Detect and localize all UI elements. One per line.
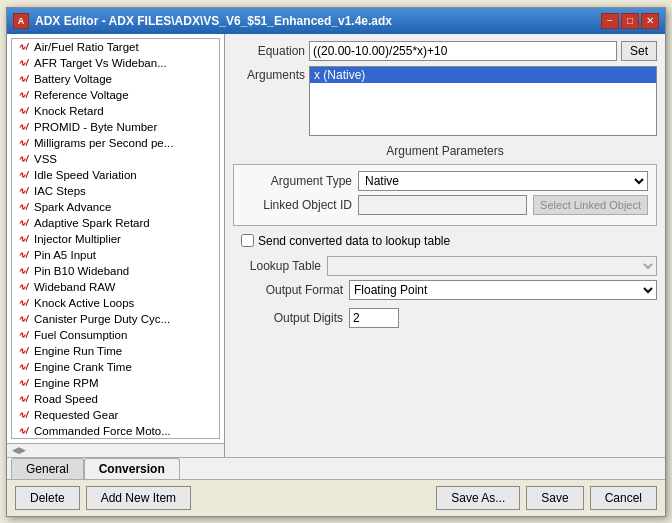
list-item[interactable]: ∿/Engine RPM: [12, 375, 219, 391]
equation-row: Equation Set: [233, 40, 657, 62]
linked-id-label: Linked Object ID: [242, 198, 352, 212]
tabs-footer: GeneralConversion Delete Add New Item Sa…: [7, 457, 665, 516]
list-item[interactable]: ∿/Knock Active Loops: [12, 295, 219, 311]
list-item[interactable]: ∿/Canister Purge Duty Cyc...: [12, 311, 219, 327]
output-format-select[interactable]: Floating PointIntegerHexadecimal: [349, 280, 657, 300]
arguments-row: Arguments x (Native): [233, 66, 657, 136]
right-panel: Equation Set Arguments x (Native) Argume…: [225, 34, 665, 457]
arg-params-box: Argument Type NativeLinkedConstant Linke…: [233, 164, 657, 226]
lookup-table-row: Lookup Table: [233, 256, 657, 276]
arg-params-header: Argument Parameters: [233, 144, 657, 158]
tabs-row: GeneralConversion: [7, 458, 665, 479]
list-item[interactable]: ∿/Wideband RAW: [12, 279, 219, 295]
list-item[interactable]: ∿/PROMID - Byte Number: [12, 119, 219, 135]
title-bar: A ADX Editor - ADX FILES\ADX\VS_V6_$51_E…: [7, 8, 665, 34]
list-item[interactable]: ∿/Road Speed: [12, 391, 219, 407]
list-item[interactable]: ∿/Knock Retard: [12, 103, 219, 119]
output-digits-input[interactable]: [349, 308, 399, 328]
list-item[interactable]: ∿/IAC Steps: [12, 183, 219, 199]
tab-general[interactable]: General: [11, 458, 84, 479]
list-item[interactable]: ∿/Pin A5 Input: [12, 247, 219, 263]
list-item[interactable]: ∿/Requested Gear: [12, 407, 219, 423]
cancel-button[interactable]: Cancel: [590, 486, 657, 510]
list-item[interactable]: ∿/Fuel Consumption: [12, 327, 219, 343]
app-icon: A: [13, 13, 29, 29]
arguments-listbox[interactable]: x (Native): [309, 66, 657, 136]
horizontal-scrollbar[interactable]: ◀▶: [7, 443, 224, 457]
lookup-table-select[interactable]: [327, 256, 657, 276]
list-item[interactable]: ∿/Engine Crank Time: [12, 359, 219, 375]
list-item[interactable]: ∿/Adaptive Spark Retard: [12, 215, 219, 231]
list-item[interactable]: ∿/Milligrams per Second pe...: [12, 135, 219, 151]
list-item[interactable]: ∿/Engine Run Time: [12, 343, 219, 359]
list-item[interactable]: ∿/Reference Voltage: [12, 87, 219, 103]
linked-id-row: Linked Object ID Select Linked Object: [242, 195, 648, 215]
bottom-right-buttons: Save As... Save Cancel: [436, 486, 657, 510]
arguments-label: Arguments: [233, 66, 305, 82]
main-window: A ADX Editor - ADX FILES\ADX\VS_V6_$51_E…: [6, 7, 666, 517]
output-format-row: Output Format Floating PointIntegerHexad…: [233, 280, 657, 300]
list-item[interactable]: ∿/AFR Target Vs Wideban...: [12, 55, 219, 71]
content-area: ∿/Air/Fuel Ratio Target∿/AFR Target Vs W…: [7, 34, 665, 457]
arg-type-row: Argument Type NativeLinkedConstant: [242, 171, 648, 191]
list-item[interactable]: ∿/Battery Voltage: [12, 71, 219, 87]
arg-type-label: Argument Type: [242, 174, 352, 188]
list-item[interactable]: ∿/Idle Speed Variation: [12, 167, 219, 183]
list-item[interactable]: ∿/Injector Multiplier: [12, 231, 219, 247]
output-digits-label: Output Digits: [233, 311, 343, 325]
lookup-table-label: Lookup Table: [233, 259, 321, 273]
close-button[interactable]: ✕: [641, 13, 659, 29]
send-converted-label: Send converted data to lookup table: [258, 234, 450, 248]
list-panel: ∿/Air/Fuel Ratio Target∿/AFR Target Vs W…: [7, 34, 225, 457]
items-list[interactable]: ∿/Air/Fuel Ratio Target∿/AFR Target Vs W…: [11, 38, 220, 439]
tab-conversion[interactable]: Conversion: [84, 458, 180, 479]
save-button[interactable]: Save: [526, 486, 583, 510]
list-item[interactable]: ∿/Spark Advance: [12, 199, 219, 215]
bottom-left-buttons: Delete Add New Item: [15, 486, 191, 510]
list-item[interactable]: ∿/Pin B10 Wideband: [12, 263, 219, 279]
select-linked-button: Select Linked Object: [533, 195, 648, 215]
delete-button[interactable]: Delete: [15, 486, 80, 510]
minimize-button[interactable]: −: [601, 13, 619, 29]
output-format-label: Output Format: [233, 283, 343, 297]
list-item[interactable]: ∿/Air/Fuel Ratio Target: [12, 39, 219, 55]
equation-label: Equation: [233, 44, 305, 58]
window-title: ADX Editor - ADX FILES\ADX\VS_V6_$51_Enh…: [35, 14, 392, 28]
add-new-item-button[interactable]: Add New Item: [86, 486, 191, 510]
arg-type-select[interactable]: NativeLinkedConstant: [358, 171, 648, 191]
linked-id-input: [358, 195, 527, 215]
bottom-bar: Delete Add New Item Save As... Save Canc…: [7, 479, 665, 516]
output-digits-row: Output Digits: [233, 308, 657, 328]
list-item[interactable]: ∿/Commanded Force Moto...: [12, 423, 219, 439]
list-item[interactable]: ∿/VSS: [12, 151, 219, 167]
send-converted-checkbox[interactable]: [241, 234, 254, 247]
save-as-button[interactable]: Save As...: [436, 486, 520, 510]
send-converted-row: Send converted data to lookup table: [241, 234, 657, 248]
maximize-button[interactable]: □: [621, 13, 639, 29]
argument-item[interactable]: x (Native): [310, 67, 656, 83]
set-button[interactable]: Set: [621, 41, 657, 61]
equation-input[interactable]: [309, 41, 617, 61]
